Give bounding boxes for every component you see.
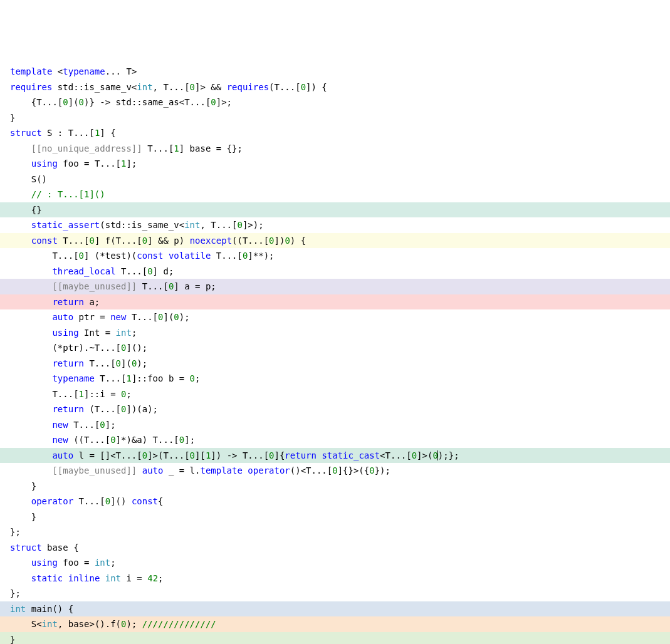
token-op: <T...[: [380, 450, 412, 460]
token-num: 0: [100, 420, 105, 430]
token-op: [10, 496, 31, 506]
code-line-27[interactable]: [[maybe_unused]] auto _ = l.template ope…: [0, 463, 670, 479]
code-line-7[interactable]: using foo = T...[1];: [0, 156, 670, 172]
code-line-26[interactable]: auto l = []<T...[0]>(T...[0][1]) -> T...…: [0, 448, 670, 464]
token-num: 0: [190, 373, 195, 383]
token-op: (T...[: [84, 404, 121, 414]
token-op: ;: [195, 373, 200, 383]
code-line-15[interactable]: [[maybe_unused]] T...[0] a = p;: [0, 279, 670, 294]
token-op: ;: [126, 389, 131, 399]
token-op: main() {: [26, 604, 73, 614]
token-type: int: [137, 82, 152, 92]
code-line-23[interactable]: return (T...[0])(a);: [0, 402, 670, 417]
token-num: 0: [332, 465, 337, 475]
code-line-5[interactable]: struct S : T...[1] {: [0, 125, 670, 141]
code-line-9[interactable]: // : T...[1](): [0, 187, 670, 202]
token-op: [10, 266, 52, 276]
code-line-31[interactable]: };: [0, 524, 670, 540]
code-line-29[interactable]: operator T...[0]() const{: [0, 494, 670, 509]
token-op: ] a = p;: [174, 281, 216, 291]
code-line-38[interactable]: int main() {: [0, 601, 670, 617]
code-line-13[interactable]: T...[0] (*test)(const volatile T...[0]**…: [0, 248, 670, 264]
token-op: T...[: [73, 496, 105, 506]
code-line-1[interactable]: template <typename... T>: [0, 64, 670, 80]
code-line-39[interactable]: S<int, base>().f(0); //////////////: [0, 616, 670, 632]
code-line-17[interactable]: auto ptr = new T...[0](0);: [0, 309, 670, 325]
code-line-20[interactable]: return T...[0](0);: [0, 356, 670, 371]
token-op: ]::foo b =: [132, 373, 190, 383]
token-op: [10, 297, 52, 307]
code-line-16[interactable]: return a;: [0, 294, 670, 310]
token-op: [10, 236, 31, 246]
token-op: [137, 465, 142, 475]
token-type: int: [42, 619, 58, 629]
code-line-3[interactable]: {T...[0](0)} -> std::same_as<T...[0]>;: [0, 95, 670, 110]
token-op: ... T>: [105, 66, 137, 76]
token-op: foo = T...[: [58, 158, 121, 169]
token-attr: [[maybe_unused]]: [52, 281, 137, 291]
code-line-6[interactable]: [[no_unique_address]] T...[1] base = {};: [0, 141, 670, 157]
token-kw: thread_local: [52, 266, 115, 276]
code-line-4[interactable]: }: [0, 110, 670, 126]
token-op: );: [137, 358, 147, 368]
token-op: );};: [438, 450, 459, 460]
code-line-25[interactable]: new ((T...[0]*)&a) T...[0];: [0, 432, 670, 448]
token-op: T...[: [137, 281, 169, 291]
token-op: [10, 435, 52, 445]
token-op: [10, 573, 31, 583]
token-kw: static: [31, 573, 63, 583]
token-kw: static_assert: [31, 220, 100, 230]
code-line-28[interactable]: }: [0, 479, 670, 494]
code-line-2[interactable]: requires std::is_same_v<int, T...[0]> &&…: [0, 80, 670, 95]
code-line-35[interactable]: static inline int i = 42;: [0, 571, 670, 586]
token-cmt: // : T...[1](): [31, 189, 105, 199]
token-num: 0: [79, 251, 84, 261]
token-kw: template: [200, 465, 242, 475]
code-line-22[interactable]: T...[1]::i = 0;: [0, 387, 670, 402]
token-op: ]>);: [243, 220, 264, 230]
token-kw: return: [285, 450, 317, 460]
code-line-36[interactable]: };: [0, 586, 670, 601]
token-op: Int =: [79, 328, 116, 338]
token-op: [10, 358, 52, 368]
token-op: T...[: [10, 251, 79, 261]
token-op: , base>().f(: [58, 619, 121, 629]
code-line-40[interactable]: }: [0, 632, 670, 645]
code-line-12[interactable]: const T...[0] f(T...[0] && p) noexcept((…: [0, 233, 670, 249]
token-op: T...[: [68, 420, 100, 430]
token-kw: struct: [10, 128, 42, 138]
code-line-24[interactable]: new T...[0];: [0, 417, 670, 433]
token-num: 0: [211, 97, 216, 107]
code-line-14[interactable]: thread_local T...[0] d;: [0, 264, 670, 279]
code-line-30[interactable]: }: [0, 509, 670, 525]
code-line-18[interactable]: using Int = int;: [0, 325, 670, 341]
token-op: );: [179, 312, 190, 322]
token-op: ] (*test)(: [84, 251, 137, 261]
code-line-21[interactable]: typename T...[1]::foo b = 0;: [0, 371, 670, 387]
token-num: 0: [110, 435, 115, 445]
token-kw: volatile: [169, 251, 211, 261]
token-op: }: [10, 635, 15, 645]
code-line-33[interactable]: struct base {: [0, 540, 670, 556]
code-line-11[interactable]: static_assert(std::is_same_v<int, T...[0…: [0, 217, 670, 233]
token-kw: new: [52, 435, 68, 445]
code-line-19[interactable]: (*ptr).~T...[0]();: [0, 340, 670, 356]
token-op: [10, 281, 52, 291]
token-op: ] && p): [147, 236, 189, 246]
token-op: <: [52, 66, 63, 76]
code-line-8[interactable]: S(): [0, 172, 670, 187]
token-kw: typename: [52, 373, 94, 383]
token-num: 1: [126, 373, 131, 383]
token-op: ptr =: [73, 312, 110, 322]
token-kw: const: [31, 236, 58, 246]
token-op: );: [126, 619, 142, 629]
token-kw: const: [137, 251, 163, 261]
code-line-10[interactable]: {}: [0, 202, 670, 218]
token-op: }: [10, 113, 15, 123]
token-kw: template: [10, 66, 52, 76]
token-num: 0: [89, 236, 94, 246]
token-op: [10, 465, 52, 475]
token-op: ] {: [100, 128, 115, 138]
code-editor[interactable]: template <typename... T>requires std::is…: [0, 64, 670, 644]
code-line-34[interactable]: using foo = int;: [0, 555, 670, 571]
